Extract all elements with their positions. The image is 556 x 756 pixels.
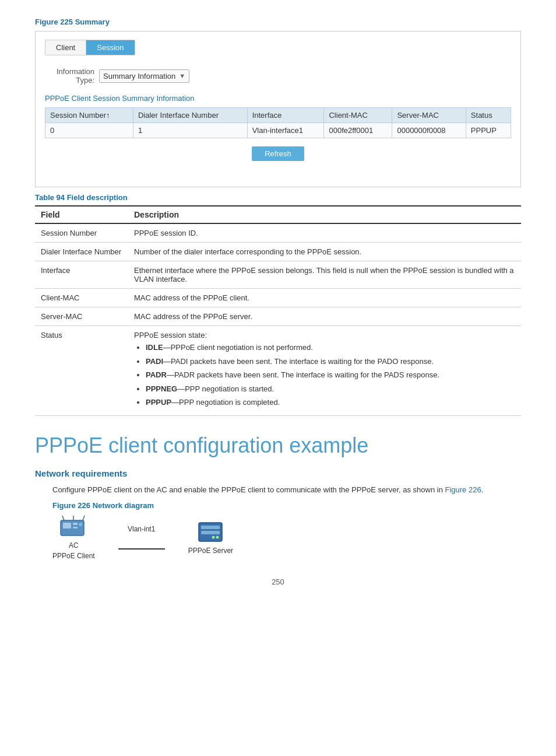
bullet-idle-bold: IDLE xyxy=(146,343,163,352)
field-server-mac: Server-MAC xyxy=(35,307,128,326)
ac-label: AC xyxy=(69,541,79,550)
bullet-pppup-text: —PPP negotiation is completed. xyxy=(171,398,280,407)
bullet-pppneg-bold: PPPNEG xyxy=(146,384,177,393)
field-client-mac: Client-MAC xyxy=(35,289,128,307)
field-table: Field Description Session Number PPPoE s… xyxy=(35,205,521,416)
desc-server-mac: MAC address of the PPPoE server. xyxy=(128,307,521,326)
pppoe-session-section-title: PPPoE Client Session Summary Information xyxy=(45,94,511,103)
list-item: PADR—PADR packets have been sent. The in… xyxy=(146,369,515,381)
figure226-link[interactable]: Figure 226 xyxy=(445,485,481,494)
bullet-padi-text: —PADI packets have been sent. The interf… xyxy=(163,357,434,366)
ac-device: AC PPPoE Client xyxy=(52,514,95,560)
tab-client[interactable]: Client xyxy=(45,40,86,55)
list-item: IDLE—PPPoE client negotiation is not per… xyxy=(146,342,515,354)
cell-client-mac: 000fe2ff0001 xyxy=(324,123,392,138)
bullet-idle-text: —PPPoE client negotiation is not perform… xyxy=(163,343,313,352)
horiz-line xyxy=(118,548,165,550)
col-description: Description xyxy=(128,206,521,223)
dropdown-arrow-icon: ▼ xyxy=(179,72,185,79)
svg-line-5 xyxy=(62,516,64,520)
col-server-mac: Server-MAC xyxy=(392,108,466,123)
figure226-title: Figure 226 Network diagram xyxy=(52,501,521,510)
ac-icon xyxy=(58,514,89,539)
svg-point-4 xyxy=(79,523,82,526)
connection-line: Vlan-int1 xyxy=(118,525,165,550)
col-client-mac: Client-MAC xyxy=(324,108,392,123)
cell-interface: Vlan-interface1 xyxy=(247,123,324,138)
page-number: 250 xyxy=(35,578,521,586)
table94-section: Table 94 Field description Field Descrip… xyxy=(35,193,521,416)
figure225-panel: Client Session InformationType: Summary … xyxy=(35,31,521,187)
list-item: PPPUP—PPP negotiation is completed. xyxy=(146,397,515,408)
cell-dialer-interface: 1 xyxy=(133,123,247,138)
table-row: 0 1 Vlan-interface1 000fe2ff0001 0000000… xyxy=(45,123,511,138)
session-table: Session Number↑ Dialer Interface Number … xyxy=(45,107,511,138)
network-requirements-heading: Network requirements xyxy=(35,468,521,478)
info-type-select[interactable]: Summary Information ▼ xyxy=(99,69,189,83)
svg-rect-10 xyxy=(201,531,220,534)
table-row: Server-MAC MAC address of the PPPoE serv… xyxy=(35,307,521,326)
bullet-pppneg-text: —PPP negotiation is started. xyxy=(177,384,274,393)
ac-sublabel: PPPoE Client xyxy=(52,552,95,560)
svg-rect-1 xyxy=(63,523,71,528)
col-dialer-interface: Dialer Interface Number xyxy=(133,108,247,123)
col-field: Field xyxy=(35,206,128,223)
network-requirements-body: Configure PPPoE client on the AC and ena… xyxy=(35,484,521,496)
info-type-label: InformationType: xyxy=(45,67,94,85)
network-diagram: AC PPPoE Client Vlan-int1 PPPoE Server xyxy=(52,514,521,560)
table-row: Client-MAC MAC address of the PPPoE clie… xyxy=(35,289,521,307)
svg-line-7 xyxy=(83,516,85,520)
info-type-row: InformationType: Summary Information ▼ xyxy=(45,67,511,85)
svg-rect-9 xyxy=(201,526,220,529)
status-bullet-list: IDLE—PPPoE client negotiation is not per… xyxy=(134,342,515,408)
bullet-padr-bold: PADR xyxy=(146,370,167,379)
cell-server-mac: 0000000f0008 xyxy=(392,123,466,138)
col-status: Status xyxy=(466,108,511,123)
server-icon xyxy=(195,520,226,544)
col-interface: Interface xyxy=(247,108,324,123)
desc-client-mac: MAC address of the PPPoE client. xyxy=(128,289,521,307)
main-section: PPPoE client configuration example Netwo… xyxy=(35,433,521,561)
list-item: PPPNEG—PPP negotiation is started. xyxy=(146,383,515,395)
field-dialer-interface: Dialer Interface Number xyxy=(35,243,128,261)
server-device: PPPoE Server xyxy=(188,520,233,555)
vlan-label: Vlan-int1 xyxy=(128,525,155,533)
figure225-section: Figure 225 Summary Client Session Inform… xyxy=(35,18,521,187)
desc-dialer-interface: Number of the dialer interface correspon… xyxy=(128,243,521,261)
figure225-title: Figure 225 Summary xyxy=(35,18,521,26)
table94-title: Table 94 Field description xyxy=(35,193,521,202)
table-row: Session Number PPPoE session ID. xyxy=(35,223,521,243)
desc-session-number: PPPoE session ID. xyxy=(128,223,521,243)
table-row: Status PPPoE session state: IDLE—PPPoE c… xyxy=(35,326,521,416)
field-table-header-row: Field Description xyxy=(35,206,521,223)
session-table-header-row: Session Number↑ Dialer Interface Number … xyxy=(45,108,511,123)
svg-rect-3 xyxy=(73,527,78,528)
refresh-btn-row: Refresh xyxy=(45,146,511,161)
server-label: PPPoE Server xyxy=(188,547,233,555)
desc-status: PPPoE session state: IDLE—PPPoE client n… xyxy=(128,326,521,416)
cell-status: PPPUP xyxy=(466,123,511,138)
tab-container: Client Session xyxy=(45,40,135,55)
list-item: PADI—PADI packets have been sent. The in… xyxy=(146,356,515,368)
field-status: Status xyxy=(35,326,128,416)
bullet-padi-bold: PADI xyxy=(146,357,163,366)
status-intro: PPPoE session state: xyxy=(134,331,515,340)
col-session-number: Session Number↑ xyxy=(45,108,133,123)
field-session-number: Session Number xyxy=(35,223,128,243)
tab-session[interactable]: Session xyxy=(86,40,134,55)
bullet-padr-text: —PADR packets have been sent. The interf… xyxy=(167,370,439,379)
svg-point-11 xyxy=(216,536,219,539)
table-row: Interface Ethernet interface where the P… xyxy=(35,261,521,289)
table-row: Dialer Interface Number Number of the di… xyxy=(35,243,521,261)
field-interface: Interface xyxy=(35,261,128,289)
desc-interface: Ethernet interface where the PPPoE sessi… xyxy=(128,261,521,289)
bullet-pppup-bold: PPPUP xyxy=(146,398,171,407)
main-heading: PPPoE client configuration example xyxy=(35,433,521,458)
info-type-value: Summary Information xyxy=(103,72,175,80)
svg-point-12 xyxy=(212,536,215,539)
refresh-button[interactable]: Refresh xyxy=(252,146,304,161)
svg-rect-2 xyxy=(73,523,78,525)
cell-session-number: 0 xyxy=(45,123,133,138)
